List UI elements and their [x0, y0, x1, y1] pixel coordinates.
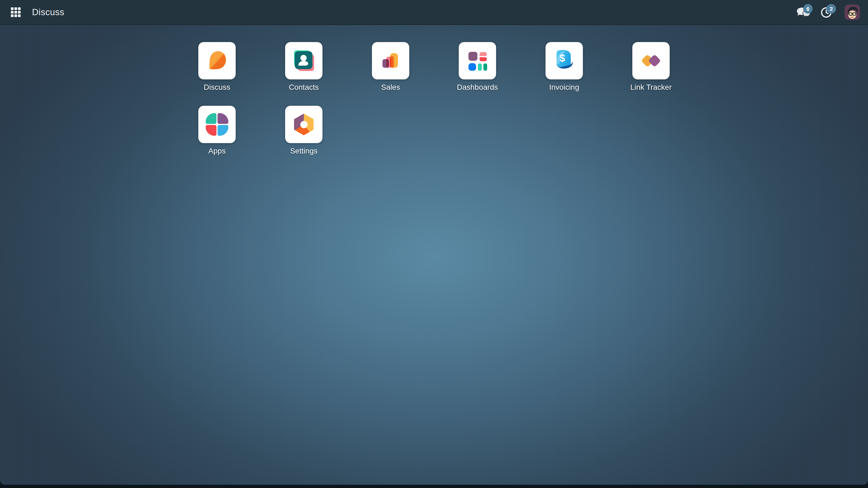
odoo-home-menu: Discuss 6 2	[0, 0, 868, 485]
app-sales[interactable]: Sales	[372, 42, 409, 92]
invoicing-app-card: $	[546, 42, 583, 79]
apps-app-card	[198, 106, 236, 143]
link-tracker-app-card	[632, 42, 670, 79]
app-label: Sales	[381, 83, 400, 92]
apps-grid-icon	[11, 7, 21, 17]
discuss-bubble-icon	[204, 48, 230, 74]
svg-text:$: $	[559, 52, 565, 64]
app-label: Invoicing	[549, 83, 579, 92]
messages-systray-button[interactable]: 6	[796, 0, 814, 25]
app-label: Discuss	[204, 83, 230, 92]
app-label: Apps	[208, 147, 226, 156]
top-navbar: Discuss 6 2	[0, 0, 868, 25]
app-link-tracker[interactable]: Link Tracker	[630, 42, 672, 92]
settings-app-card	[285, 106, 322, 143]
page-title: Discuss	[32, 7, 64, 18]
app-label: Settings	[290, 147, 317, 156]
window-bottom-edge	[0, 485, 868, 488]
invoicing-dollar-doc-icon: $	[551, 48, 577, 74]
sales-bars-icon	[378, 48, 404, 74]
dashboards-tiles-icon	[464, 48, 490, 74]
activities-systray-button[interactable]: 2	[820, 0, 838, 25]
link-tracker-chain-icon	[638, 48, 664, 74]
discuss-app-card	[198, 42, 236, 79]
user-menu-button[interactable]	[845, 5, 860, 20]
apps-quadrants-icon	[205, 112, 229, 137]
app-label: Link Tracker	[630, 83, 672, 92]
app-contacts[interactable]: Contacts	[285, 42, 322, 92]
contacts-person-icon	[291, 48, 317, 74]
app-label: Contacts	[289, 83, 319, 92]
user-avatar	[845, 5, 860, 20]
app-settings[interactable]: Settings	[285, 106, 322, 156]
app-discuss[interactable]: Discuss	[198, 42, 236, 92]
app-apps[interactable]: Apps	[198, 106, 236, 156]
contacts-app-card	[285, 42, 322, 79]
app-grid: Discuss Contacts	[174, 42, 694, 156]
messages-counter-badge: 6	[803, 4, 813, 13]
systray: 6 2	[796, 0, 860, 25]
activities-counter-badge: 2	[827, 4, 836, 13]
settings-hex-nut-icon	[294, 113, 314, 135]
app-invoicing[interactable]: $ Invoicing	[546, 42, 583, 92]
desktop-screen: Discuss 6 2	[0, 0, 868, 488]
dashboards-app-card	[459, 42, 496, 79]
app-label: Dashboards	[457, 83, 498, 92]
sales-app-card	[372, 42, 409, 79]
home-menu-toggle-button[interactable]	[8, 5, 23, 20]
app-dashboards[interactable]: Dashboards	[457, 42, 498, 92]
